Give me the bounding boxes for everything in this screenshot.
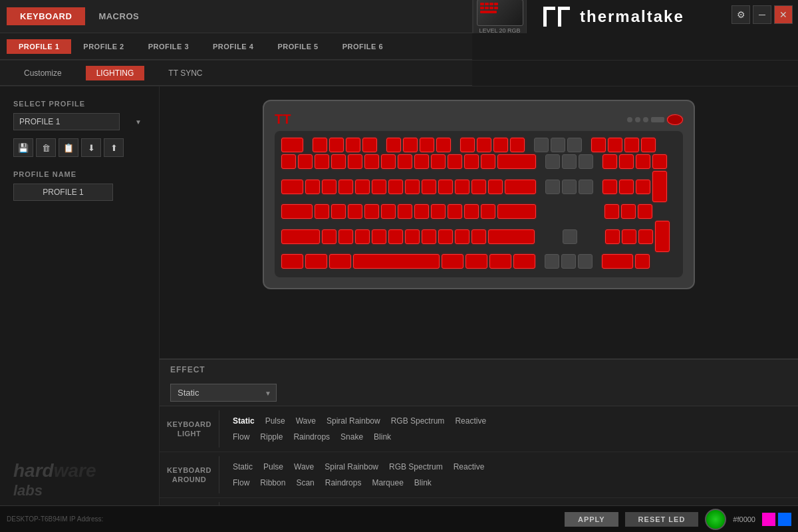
effect-wave-around[interactable]: Wave [289, 460, 319, 473]
key-numminus [652, 154, 667, 169]
dot-wide [651, 117, 664, 122]
sub-tab-tt-sync[interactable]: TT SYNC [158, 66, 213, 80]
delete-profile-button[interactable]: 🗑 [36, 138, 56, 157]
nav-tab-macros[interactable]: MACROS [85, 7, 152, 25]
apply-button[interactable]: APPLY [565, 512, 618, 527]
key-num2 [622, 229, 636, 244]
keyboard-logo-row: TT [275, 112, 683, 127]
profile-select[interactable]: PROFILE 1 PROFILE 2 PROFILE 3 PROFILE 4 … [13, 113, 120, 130]
nav-tab-keyboard[interactable]: KEYBOARD [7, 7, 85, 25]
color-swatch-pink[interactable] [762, 513, 775, 526]
minimize-button[interactable]: ─ [753, 5, 771, 24]
key-lshift [281, 229, 320, 244]
effect-flow-light[interactable]: Flow [227, 430, 255, 444]
effect-blink-around[interactable]: Blink [409, 476, 437, 489]
effect-empty-light [396, 430, 407, 444]
key-enter [497, 204, 536, 219]
kb-row-space [281, 254, 676, 269]
effect-flow-around[interactable]: Flow [227, 476, 255, 489]
effect-blink-light[interactable]: Blink [368, 430, 396, 444]
key-quote [481, 204, 495, 219]
effect-spiral-rainbow-light[interactable]: Spiral Rainbow [321, 414, 386, 428]
key-backslash [505, 180, 536, 194]
profile-tab-3[interactable]: PROFILE 3 [136, 39, 201, 54]
key-d [348, 204, 362, 219]
effect-static-light[interactable]: Static [227, 414, 260, 428]
key-pgup [579, 154, 593, 169]
key-media2 [608, 138, 622, 152]
close-button[interactable]: ✕ [774, 5, 793, 24]
main-content: SELECT PROFILE PROFILE 1 PROFILE 2 PROFI… [0, 86, 798, 532]
effect-header: EFFECT [160, 360, 798, 380]
effect-raindrops-light[interactable]: Raindrops [288, 430, 335, 444]
effect-rgb-spectrum-around[interactable]: RGB Spectrum [384, 460, 448, 473]
effect-spiral-rainbow-around[interactable]: Spiral Rainbow [319, 460, 384, 473]
indicator-dots [627, 114, 683, 125]
copy-profile-button[interactable]: 📋 [59, 138, 78, 157]
svg-rect-3 [558, 10, 561, 27]
window-controls: ⚙ ─ ✕ [732, 5, 793, 24]
key-num7 [602, 180, 617, 194]
key-6 [381, 154, 396, 169]
effect-reactive-light[interactable]: Reactive [450, 414, 491, 428]
key-ins [545, 154, 560, 169]
sub-tab-customize[interactable]: Customize [13, 66, 72, 80]
reset-led-button[interactable]: RESET LED [625, 512, 699, 527]
key-num4 [604, 204, 619, 219]
key-left [545, 254, 559, 269]
effect-pulse-around[interactable]: Pulse [258, 460, 289, 473]
effect-wave-light[interactable]: Wave [291, 414, 321, 428]
effect-scan-around[interactable]: Scan [291, 476, 319, 489]
profile-name-input[interactable] [13, 184, 113, 201]
key-lbracket [471, 180, 486, 194]
effect-reactive-around[interactable]: Reactive [448, 460, 490, 473]
settings-button[interactable]: ⚙ [732, 5, 750, 24]
key-del [545, 180, 560, 194]
key-f7 [420, 138, 434, 152]
key-1 [298, 154, 313, 169]
key-f9 [460, 138, 475, 152]
profile-tab-1[interactable]: PROFILE 1 [7, 39, 71, 54]
effect-pulse-light[interactable]: Pulse [260, 414, 291, 428]
color-swatch-blue[interactable] [778, 513, 791, 526]
sub-tab-lighting[interactable]: LIGHTING [86, 66, 145, 80]
profile-tab-2[interactable]: PROFILE 2 [71, 39, 136, 54]
save-profile-button[interactable]: 💾 [13, 138, 33, 157]
profile-tab-6[interactable]: PROFILE 6 [331, 39, 395, 54]
profile-name-label: PROFILE NAME [13, 170, 146, 178]
key-space [353, 254, 440, 269]
key-rshift [488, 229, 535, 244]
effect-marquee-around[interactable]: Marquee [366, 476, 408, 489]
key-f4 [362, 138, 377, 152]
effect-raindrops-around[interactable]: Raindrops [320, 476, 367, 489]
key-capslock [281, 204, 313, 219]
key-t [372, 180, 386, 194]
key-f6 [403, 138, 418, 152]
effect-rgb-spectrum-light[interactable]: RGB Spectrum [386, 414, 450, 428]
key-r [355, 180, 370, 194]
key-num0 [602, 254, 633, 269]
effect-ribbon-around[interactable]: Ribbon [255, 476, 291, 489]
select-profile-label: SELECT PROFILE [13, 100, 146, 108]
import-profile-button[interactable]: ⬇ [81, 138, 101, 157]
key-num5 [621, 204, 636, 219]
system-info-text: DESKTOP-T6B94IM IP Address: [7, 515, 103, 523]
key-backtick [281, 154, 296, 169]
effect-select[interactable]: Static Pulse Wave Flow Ripple Raindrops … [170, 384, 277, 402]
key-f11 [493, 138, 508, 152]
effect-snake-light[interactable]: Snake [335, 430, 368, 444]
key-num8 [619, 180, 634, 194]
key-slash [471, 229, 486, 244]
key-f2 [329, 138, 344, 152]
color-swatches [762, 513, 791, 526]
effect-static-around[interactable]: Static [227, 460, 258, 473]
profile-tab-5[interactable]: PROFILE 5 [265, 39, 330, 54]
effect-ripple-light[interactable]: Ripple [255, 430, 288, 444]
export-profile-button[interactable]: ⬆ [104, 138, 124, 157]
key-rwin [466, 254, 487, 269]
device-name-label: LEVEL 20 RGB [477, 27, 523, 33]
key-j [414, 204, 429, 219]
bottom-controls: APPLY RESET LED #f0000 [565, 509, 791, 530]
profile-tab-4[interactable]: PROFILE 4 [201, 39, 265, 54]
color-wheel-circle[interactable] [705, 509, 726, 530]
